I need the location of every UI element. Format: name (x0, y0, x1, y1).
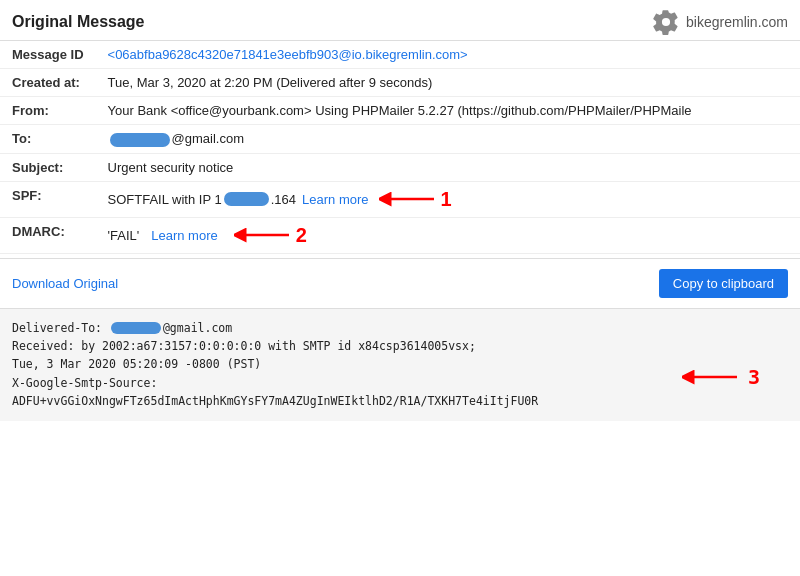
dmarc-learn-more-link[interactable]: Learn more (151, 228, 217, 243)
to-row: To: @gmail.com (0, 125, 800, 154)
arrow3-icon (682, 366, 742, 388)
spf-label: SPF: (0, 181, 96, 217)
message-id-value: <06abfba9628c4320e71841e3eebfb903@io.bik… (96, 41, 800, 69)
spf-annotation: 1 (379, 188, 452, 211)
dmarc-label: DMARC: (0, 217, 96, 253)
raw-line-3: Tue, 3 Mar 2020 05:20:09 -0800 (PST) (12, 355, 788, 373)
raw-email-blur (111, 322, 161, 334)
spf-value-cell: SOFTFAIL with IP 1 .164 Learn more 1 (96, 181, 800, 217)
dmarc-value: 'FAIL' (108, 228, 140, 243)
raw-line-2: Received: by 2002:a67:3157:0:0:0:0:0 wit… (12, 337, 788, 355)
from-label: From: (0, 97, 96, 125)
spf-row: SPF: SOFTFAIL with IP 1 .164 Learn more (0, 181, 800, 217)
gear-icon (652, 8, 680, 36)
from-value: Your Bank <office@yourbank.com> Using PH… (96, 97, 800, 125)
to-email-blur (110, 133, 170, 147)
arrow1-icon (379, 188, 439, 210)
raw-line-1: Delivered-To: @gmail.com (12, 319, 788, 337)
to-value: @gmail.com (96, 125, 800, 154)
spf-learn-more-link[interactable]: Learn more (302, 192, 368, 207)
arrow2-icon (234, 224, 294, 246)
raw-delivered-suffix: @gmail.com (163, 321, 232, 335)
subject-row: Subject: Urgent security notice (0, 153, 800, 181)
raw-line-5: ADFU+vvGGiOxNngwFTz65dImActHphKmGYsFY7mA… (12, 392, 788, 410)
spf-suffix: .164 (271, 192, 296, 207)
spf-prefix: SOFTFAIL with IP 1 (108, 192, 222, 207)
spf-ip-blur (224, 192, 269, 206)
from-row: From: Your Bank <office@yourbank.com> Us… (0, 97, 800, 125)
raw-delivered-prefix: Delivered-To: (12, 321, 109, 335)
dmarc-value-cell: 'FAIL' Learn more 2 (96, 217, 800, 253)
message-id-link[interactable]: <06abfba9628c4320e71841e3eebfb903@io.bik… (108, 47, 468, 62)
raw-section: Delivered-To: @gmail.com Received: by 20… (0, 309, 800, 421)
created-at-row: Created at: Tue, Mar 3, 2020 at 2:20 PM … (0, 69, 800, 97)
created-at-value: Tue, Mar 3, 2020 at 2:20 PM (Delivered a… (96, 69, 800, 97)
subject-value: Urgent security notice (96, 153, 800, 181)
action-bar: Download Original Copy to clipboard (0, 258, 800, 309)
info-table: Message ID <06abfba9628c4320e71841e3eebf… (0, 41, 800, 254)
raw-line-4: X-Google-Smtp-Source: (12, 374, 788, 392)
annotation-1: 1 (441, 188, 452, 211)
copy-to-clipboard-button[interactable]: Copy to clipboard (659, 269, 788, 298)
dmarc-row: DMARC: 'FAIL' Learn more 2 (0, 217, 800, 253)
top-bar: Original Message bikegremlin.com (0, 0, 800, 41)
message-id-row: Message ID <06abfba9628c4320e71841e3eebf… (0, 41, 800, 69)
raw-annotation: 3 (682, 361, 760, 393)
subject-label: Subject: (0, 153, 96, 181)
annotation-3: 3 (748, 361, 760, 393)
logo-text: bikegremlin.com (686, 14, 788, 30)
message-id-label: Message ID (0, 41, 96, 69)
annotation-2: 2 (296, 224, 307, 247)
download-original-link[interactable]: Download Original (12, 276, 118, 291)
to-email-suffix: @gmail.com (172, 131, 244, 146)
dmarc-annotation: 2 (234, 224, 307, 247)
created-at-label: Created at: (0, 69, 96, 97)
logo-area: bikegremlin.com (652, 8, 788, 36)
to-label: To: (0, 125, 96, 154)
page-title: Original Message (12, 13, 145, 31)
